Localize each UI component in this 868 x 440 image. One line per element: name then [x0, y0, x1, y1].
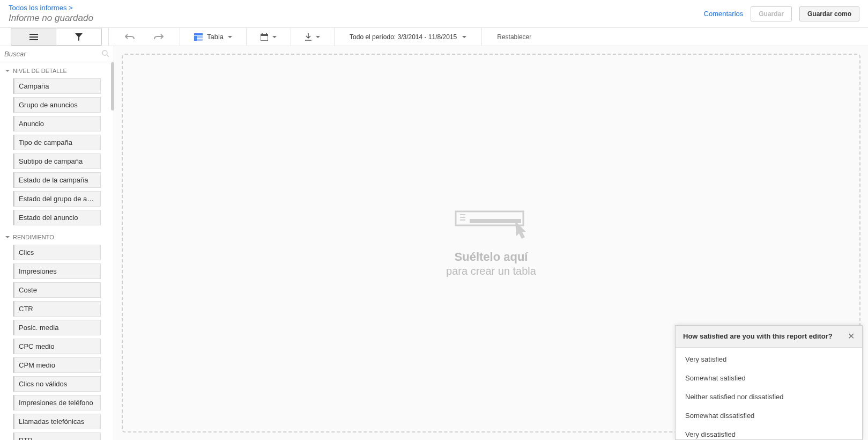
field-pill[interactable]: Clics no válidos: [13, 376, 101, 392]
filter-icon: [75, 33, 83, 41]
survey-popup: How satisfied are you with this report e…: [675, 325, 863, 440]
svg-rect-5: [197, 36, 203, 38]
field-pill[interactable]: Clics: [13, 245, 101, 260]
svg-rect-17: [470, 219, 521, 223]
field-pill[interactable]: Coste: [13, 282, 101, 298]
undo-button[interactable]: [115, 28, 144, 46]
section-performance-header[interactable]: RENDIMIENTO: [0, 229, 114, 245]
sidebar: NIVEL DE DETALLE Campaña Grupo de anunci…: [0, 46, 114, 440]
svg-rect-2: [29, 39, 38, 40]
field-pill[interactable]: PTR: [13, 432, 101, 440]
field-pill[interactable]: Subtipo de campaña: [13, 153, 101, 169]
field-pill[interactable]: Estado de la campaña: [13, 172, 101, 188]
close-icon[interactable]: ✕: [848, 332, 855, 341]
filter-tab[interactable]: [56, 28, 102, 46]
field-pill[interactable]: Impresiones de teléfono: [13, 395, 101, 410]
date-picker-button[interactable]: [253, 28, 284, 46]
survey-question: How satisfied are you with this report e…: [683, 332, 833, 340]
date-range-label: Todo el período: 3/3/2014 - 11/8/2015: [350, 33, 457, 41]
field-pill[interactable]: CPC medio: [13, 339, 101, 354]
field-pill[interactable]: Llamadas telefónicas: [13, 414, 101, 429]
header: Todos los informes > Informe no guardado…: [0, 0, 868, 28]
field-pill[interactable]: Impresiones: [13, 263, 101, 279]
header-right: Comentarios Guardar Guardar como: [704, 6, 859, 21]
svg-rect-3: [194, 33, 203, 35]
breadcrumb-link[interactable]: Todos los informes >: [9, 4, 93, 12]
survey-body: Very satisfied Somewhat satisfied Neithe…: [676, 348, 862, 439]
search-input[interactable]: [0, 46, 114, 62]
survey-option[interactable]: Neither satisfied nor dissatisfied: [676, 387, 862, 406]
field-pill[interactable]: Anuncio: [13, 116, 101, 131]
field-pill[interactable]: Estado del anuncio: [13, 210, 101, 225]
svg-rect-10: [266, 33, 267, 35]
chevron-down-icon: [228, 36, 232, 38]
dropzone-title: Suéltelo aquí: [455, 250, 528, 264]
field-pill[interactable]: Posic. media: [13, 320, 101, 335]
date-range-selector[interactable]: Todo el período: 3/3/2014 - 11/8/2015: [341, 28, 475, 46]
field-pill[interactable]: CTR: [13, 301, 101, 317]
sidebar-scroll[interactable]: NIVEL DE DETALLE Campaña Grupo de anunci…: [0, 62, 114, 440]
redo-button[interactable]: [144, 28, 173, 46]
chevron-down-icon: [316, 36, 320, 38]
survey-option[interactable]: Very dissatisfied: [676, 425, 862, 439]
drop-card-icon: [454, 209, 529, 239]
survey-option[interactable]: Somewhat dissatisfied: [676, 406, 862, 425]
search-wrap: [0, 46, 114, 62]
table-icon: [194, 33, 203, 41]
svg-rect-9: [262, 33, 263, 35]
undo-icon: [125, 33, 135, 41]
download-button[interactable]: [298, 28, 328, 46]
download-icon: [305, 33, 311, 41]
field-pill[interactable]: Tipo de campaña: [13, 135, 101, 150]
header-left: Todos los informes > Informe no guardado: [9, 4, 93, 24]
survey-header: How satisfied are you with this report e…: [676, 326, 862, 348]
svg-line-12: [107, 55, 109, 57]
survey-option[interactable]: Somewhat satisfied: [676, 369, 862, 387]
section-detail-title: NIVEL DE DETALLE: [13, 68, 67, 74]
field-pill[interactable]: Campaña: [13, 78, 101, 94]
chevron-down-icon: [462, 36, 466, 38]
chevron-down-icon: [5, 70, 10, 72]
survey-option[interactable]: Very satisfied: [676, 350, 862, 369]
chevron-down-icon: [272, 36, 277, 38]
save-button: Guardar: [751, 6, 792, 21]
svg-rect-4: [194, 36, 197, 41]
chart-type-selector[interactable]: Tabla: [187, 28, 240, 46]
svg-rect-0: [29, 34, 38, 35]
dropzone-subtitle: para crear un tabla: [446, 265, 536, 277]
svg-point-11: [102, 50, 107, 55]
toolbar: Tabla Todo el período: 3/3/2014 - 11/8/2…: [0, 28, 868, 46]
chart-type-label: Tabla: [207, 33, 224, 41]
field-pill[interactable]: Grupo de anuncios: [13, 97, 101, 113]
section-detail-header[interactable]: NIVEL DE DETALLE: [0, 62, 114, 78]
calendar-icon: [261, 33, 268, 41]
field-pill[interactable]: CPM medio: [13, 357, 101, 373]
section-performance-title: RENDIMIENTO: [13, 234, 54, 240]
field-pill[interactable]: Estado del grupo de anunci: [13, 191, 101, 207]
fields-tab[interactable]: [11, 28, 56, 46]
save-as-button[interactable]: Guardar como: [799, 6, 859, 21]
redo-icon: [154, 33, 164, 41]
list-icon: [29, 34, 38, 40]
chevron-down-icon: [5, 236, 10, 238]
search-icon: [102, 50, 109, 57]
page-title: Informe no guardado: [9, 13, 93, 24]
svg-rect-1: [29, 36, 38, 38]
svg-rect-13: [456, 211, 523, 225]
reset-button[interactable]: Restablecer: [488, 28, 540, 46]
comments-link[interactable]: Comentarios: [704, 10, 744, 18]
svg-rect-6: [197, 39, 203, 41]
